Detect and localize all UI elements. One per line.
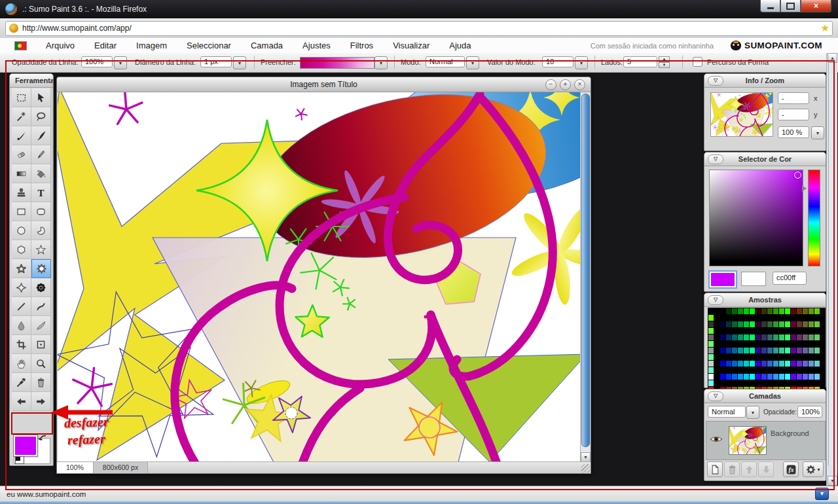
tool-ellipse[interactable] bbox=[12, 221, 31, 240]
swatch[interactable] bbox=[738, 308, 743, 314]
swatch[interactable] bbox=[779, 321, 784, 327]
swatch[interactable] bbox=[814, 374, 820, 380]
maximize-button[interactable] bbox=[780, 0, 801, 12]
tool-eyedropper[interactable] bbox=[12, 373, 31, 392]
scroll-down-icon[interactable]: ▼ bbox=[828, 476, 837, 486]
menu-item-filtros[interactable]: Filtros bbox=[340, 39, 383, 52]
statusbar-addon-icon[interactable]: ▾ bbox=[815, 488, 829, 500]
menu-item-ajuda[interactable]: Ajuda bbox=[439, 39, 481, 52]
swatch[interactable] bbox=[773, 321, 778, 327]
swatch[interactable] bbox=[814, 308, 820, 314]
tool-brush[interactable] bbox=[31, 126, 51, 145]
swatch[interactable] bbox=[708, 354, 714, 360]
swatch[interactable] bbox=[791, 374, 796, 380]
mode-amount-field[interactable]: 10 bbox=[542, 56, 574, 67]
swatch[interactable] bbox=[708, 367, 714, 373]
tool-line[interactable] bbox=[12, 297, 31, 316]
swatch[interactable] bbox=[773, 374, 778, 380]
swatch[interactable] bbox=[708, 341, 714, 347]
tool-curve[interactable] bbox=[31, 297, 51, 316]
tool-move[interactable] bbox=[31, 88, 51, 107]
swatch[interactable] bbox=[797, 334, 802, 340]
swatch[interactable] bbox=[750, 361, 755, 367]
canvas-maximize-icon[interactable]: + bbox=[560, 79, 571, 90]
swatch[interactable] bbox=[814, 348, 820, 353]
swatch[interactable] bbox=[756, 308, 761, 314]
swatch[interactable] bbox=[756, 334, 761, 340]
swatch[interactable] bbox=[732, 334, 737, 340]
swatch[interactable] bbox=[720, 361, 725, 367]
scroll-up-icon[interactable]: ▲ bbox=[828, 53, 837, 63]
swatch[interactable] bbox=[791, 308, 796, 314]
canvas-vscrollbar[interactable]: ▼ bbox=[580, 92, 590, 462]
hue-strip[interactable] bbox=[808, 170, 820, 266]
pointer-y-field[interactable]: - bbox=[778, 109, 809, 120]
tool-text[interactable]: T bbox=[31, 183, 51, 202]
swatch[interactable] bbox=[814, 321, 820, 327]
swatch[interactable] bbox=[750, 334, 755, 340]
swatch[interactable] bbox=[767, 361, 773, 367]
swatch[interactable] bbox=[720, 308, 725, 314]
foreground-color-well[interactable] bbox=[14, 435, 37, 456]
swatch[interactable] bbox=[791, 334, 796, 340]
swatch[interactable] bbox=[779, 348, 784, 353]
canvas-zoom-tab[interactable]: 100% bbox=[57, 462, 94, 473]
swatch[interactable] bbox=[750, 308, 755, 314]
menu-item-visualizar[interactable]: Visualizar bbox=[383, 39, 439, 52]
swatch[interactable] bbox=[767, 334, 773, 340]
swatch[interactable] bbox=[761, 374, 767, 380]
swatch[interactable] bbox=[767, 308, 773, 314]
tool-redo[interactable] bbox=[31, 392, 51, 411]
mode-field[interactable]: Normal bbox=[426, 56, 465, 67]
menu-item-ajustes[interactable]: Ajustes bbox=[293, 39, 340, 52]
swatch[interactable] bbox=[785, 334, 790, 340]
swatch[interactable] bbox=[744, 374, 749, 380]
tool-crop[interactable] bbox=[12, 335, 31, 354]
swatch[interactable] bbox=[738, 374, 743, 380]
swatch[interactable] bbox=[797, 308, 802, 314]
swatch[interactable] bbox=[726, 348, 731, 353]
swatch[interactable] bbox=[714, 348, 720, 353]
canvas-resize-grip[interactable] bbox=[581, 464, 590, 473]
swatch[interactable] bbox=[797, 321, 802, 327]
line-opacity-field[interactable]: 100% bbox=[81, 56, 113, 67]
tool-hand[interactable] bbox=[12, 354, 31, 373]
swatch[interactable] bbox=[708, 328, 714, 334]
swatch[interactable] bbox=[785, 321, 790, 327]
swatch[interactable] bbox=[761, 348, 767, 353]
swatch[interactable] bbox=[738, 348, 743, 353]
swatch[interactable] bbox=[803, 374, 808, 380]
swatch[interactable] bbox=[779, 308, 784, 314]
tool-rounded-star[interactable] bbox=[12, 259, 31, 278]
tool-paint-bucket[interactable] bbox=[31, 164, 51, 183]
swatch[interactable] bbox=[744, 361, 749, 367]
canvas-close-icon[interactable]: × bbox=[574, 79, 585, 90]
collapse-swatches-icon[interactable]: ▽ bbox=[708, 295, 723, 305]
fill-gradient-swatch[interactable] bbox=[300, 57, 374, 69]
zoom-field[interactable]: 100 % bbox=[778, 126, 809, 138]
swatch[interactable] bbox=[761, 308, 767, 314]
layer-gear-button[interactable]: ▼ bbox=[803, 461, 824, 477]
swatch[interactable] bbox=[809, 361, 814, 367]
tool-blur[interactable] bbox=[12, 316, 31, 335]
swatch[interactable] bbox=[803, 334, 808, 340]
swatch[interactable] bbox=[732, 374, 737, 380]
swatch[interactable] bbox=[814, 361, 820, 367]
tool-trash[interactable] bbox=[31, 373, 51, 392]
tool-zoom[interactable] bbox=[31, 354, 51, 373]
tool-star[interactable] bbox=[31, 240, 51, 259]
swatch[interactable] bbox=[809, 374, 814, 380]
tool-gradient[interactable] bbox=[12, 164, 31, 183]
swatch[interactable] bbox=[714, 361, 720, 367]
swatch[interactable] bbox=[809, 321, 814, 327]
tool-pencil[interactable] bbox=[31, 145, 51, 164]
swatch[interactable] bbox=[785, 308, 790, 314]
swatch[interactable] bbox=[720, 334, 725, 340]
language-flag-icon[interactable] bbox=[14, 41, 27, 50]
swatch[interactable] bbox=[726, 361, 731, 367]
swatch[interactable] bbox=[708, 308, 714, 314]
saturation-value-square[interactable] bbox=[709, 170, 803, 266]
swatch[interactable] bbox=[714, 374, 720, 380]
swatch[interactable] bbox=[720, 374, 725, 380]
swatch[interactable] bbox=[785, 348, 790, 353]
